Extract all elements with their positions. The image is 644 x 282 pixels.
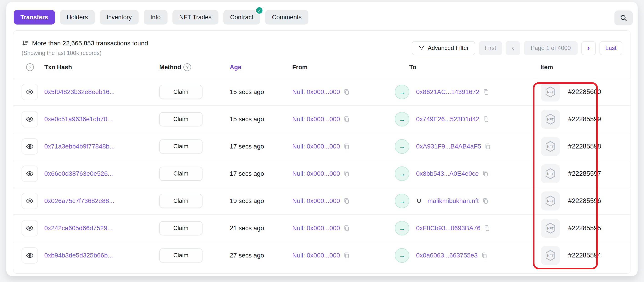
results-summary: More than 22,665,853 transactions found … (22, 40, 148, 56)
column-header-age[interactable]: Age (230, 64, 292, 71)
row-help-icon[interactable]: ? (26, 63, 34, 71)
to-address-link[interactable]: 0x749E26...523D1d42 (416, 116, 480, 123)
copy-from-address-button[interactable] (343, 170, 350, 177)
copy-icon (343, 143, 350, 150)
method-badge[interactable]: Claim (159, 167, 202, 181)
to-address-link[interactable]: 0xF8Cb93...0693BA76 (416, 225, 480, 232)
copy-from-address-button[interactable] (343, 225, 350, 232)
tab-info[interactable]: Info ✓ (144, 10, 168, 24)
from-address-link[interactable]: Null: 0x000...000 (292, 143, 340, 150)
nft-token-icon[interactable]: NFT (541, 164, 560, 183)
prev-page-button[interactable]: ‹ (506, 41, 520, 55)
copy-from-address-button[interactable] (343, 252, 350, 259)
txn-hash-link[interactable]: 0x242ca605d66d7529... (44, 225, 113, 232)
search-icon (620, 14, 628, 22)
preview-transaction-button[interactable] (22, 193, 38, 209)
from-address-link[interactable]: Null: 0x000...000 (292, 225, 340, 232)
from-address-link[interactable]: Null: 0x000...000 (292, 170, 340, 177)
txn-hash-link[interactable]: 0xb94b3de5d325b66b... (44, 252, 113, 259)
txn-hash-link[interactable]: 0x026a75c7f73682e88... (44, 197, 114, 204)
item-id-text[interactable]: #22285599 (568, 115, 601, 123)
last-page-button[interactable]: Last (600, 41, 622, 55)
svg-text:NFT: NFT (547, 199, 554, 203)
to-address-link[interactable]: 0xA931F9...B4AB4aF5 (416, 143, 481, 150)
preview-transaction-button[interactable] (22, 84, 38, 100)
copy-to-address-button[interactable] (484, 225, 490, 232)
eye-icon (26, 252, 34, 259)
copy-icon (481, 252, 488, 259)
to-address-link[interactable]: malikmibukhan.nft (428, 197, 479, 205)
age-text: 17 secs ago (230, 170, 292, 177)
preview-transaction-button[interactable] (22, 220, 38, 236)
nft-token-icon[interactable]: NFT (541, 246, 560, 265)
from-address-link[interactable]: Null: 0x000...000 (292, 88, 340, 96)
copy-from-address-button[interactable] (343, 89, 350, 95)
preview-transaction-button[interactable] (22, 138, 38, 155)
txn-hash-link[interactable]: 0xe0c51a9636e1db70... (44, 116, 113, 123)
item-id-text[interactable]: #22285597 (568, 170, 601, 177)
copy-to-address-button[interactable] (483, 89, 490, 95)
method-badge[interactable]: Claim (159, 194, 202, 208)
advanced-filter-button[interactable]: Advanced Filter (412, 41, 475, 55)
item-id-text[interactable]: #22285596 (568, 197, 601, 205)
copy-to-address-button[interactable] (484, 143, 491, 150)
method-badge[interactable]: Claim (159, 112, 202, 126)
tab-comments[interactable]: Comments ✓ (265, 10, 308, 24)
tab-transfers[interactable]: Transfers ✓ (14, 10, 55, 24)
method-badge[interactable]: Claim (159, 139, 202, 153)
item-id-text[interactable]: #22285598 (568, 143, 601, 150)
first-page-button[interactable]: First (479, 41, 502, 55)
copy-to-address-button[interactable] (481, 252, 488, 259)
chevron-left-icon: ‹ (512, 43, 514, 52)
panel-header: More than 22,665,853 transactions found … (14, 31, 630, 56)
method-badge[interactable]: Claim (159, 248, 202, 263)
next-page-button[interactable]: › (581, 41, 596, 55)
sort-filter-icon (22, 40, 29, 47)
unstoppable-domains-icon (416, 198, 422, 204)
svg-text:NFT: NFT (547, 172, 554, 176)
preview-transaction-button[interactable] (22, 166, 38, 182)
method-badge[interactable]: Claim (159, 85, 202, 99)
nft-token-icon[interactable]: NFT (541, 110, 560, 129)
to-address-link[interactable]: 0x0a6063...663755e3 (416, 252, 478, 259)
item-id-text[interactable]: #22285600 (568, 88, 601, 96)
copy-from-address-button[interactable] (343, 198, 350, 204)
item-id-text[interactable]: #22285595 (568, 224, 601, 232)
from-address-link[interactable]: Null: 0x000...000 (292, 252, 340, 259)
copy-to-address-button[interactable] (482, 198, 489, 204)
nft-token-icon[interactable]: NFT (541, 82, 560, 101)
svg-text:NFT: NFT (547, 145, 554, 148)
copy-icon (343, 116, 350, 123)
method-help-icon[interactable]: ? (184, 63, 191, 71)
tab-holders[interactable]: Holders ✓ (60, 10, 95, 24)
preview-transaction-button[interactable] (22, 111, 38, 127)
search-button[interactable] (614, 10, 633, 25)
copy-icon (483, 116, 490, 123)
nft-token-icon[interactable]: NFT (541, 219, 560, 238)
to-address-link[interactable]: 0x8bb543...A0E4e0ce (416, 170, 479, 177)
tab-inventory[interactable]: Inventory ✓ (100, 10, 138, 24)
txn-hash-link[interactable]: 0x71a3ebb4b9f77848b... (44, 143, 115, 150)
from-address-link[interactable]: Null: 0x000...000 (292, 197, 340, 205)
transfer-arrow-icon: → (395, 166, 409, 181)
to-address-link[interactable]: 0x8621AC...14391672 (416, 88, 480, 96)
copy-icon (484, 225, 490, 232)
txn-hash-link[interactable]: 0x66e0d38763e0e526... (44, 170, 113, 177)
preview-transaction-button[interactable] (22, 247, 38, 264)
svg-text:NFT: NFT (547, 117, 554, 121)
copy-from-address-button[interactable] (343, 116, 350, 123)
txn-hash-link[interactable]: 0x5f94823b32e8eeb16... (44, 88, 115, 95)
item-id-text[interactable]: #22285594 (568, 252, 601, 259)
copy-to-address-button[interactable] (483, 116, 490, 123)
from-address-link[interactable]: Null: 0x000...000 (292, 116, 340, 123)
nft-token-icon[interactable]: NFT (541, 137, 560, 156)
tab-contract[interactable]: Contract ✓ (224, 10, 260, 24)
copy-icon (483, 89, 490, 95)
method-badge[interactable]: Claim (159, 221, 202, 235)
copy-from-address-button[interactable] (343, 143, 350, 150)
copy-to-address-button[interactable] (482, 170, 489, 177)
results-subtitle: (Showing the last 100k records) (22, 50, 148, 56)
nft-token-icon[interactable]: NFT (541, 191, 560, 211)
tab-nft-trades[interactable]: NFT Trades ✓ (172, 10, 218, 24)
age-text: 15 secs ago (230, 88, 292, 96)
